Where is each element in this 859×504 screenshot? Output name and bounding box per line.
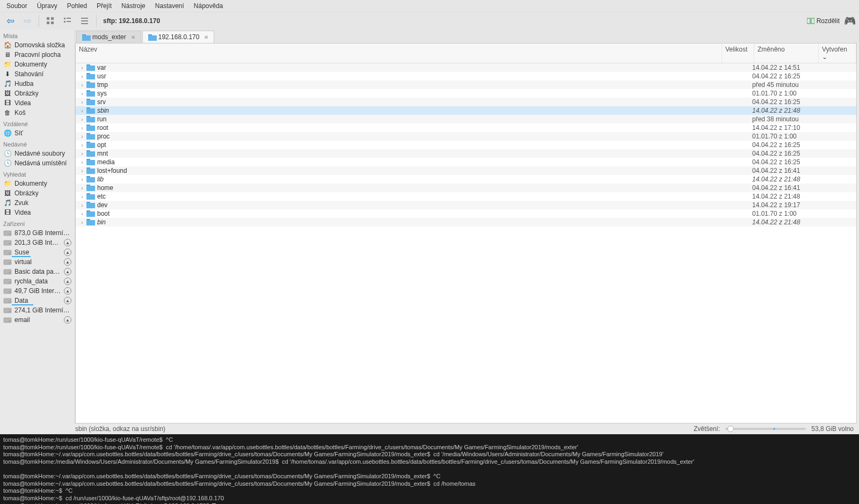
sidebar-item[interactable]: Suse▲ (0, 247, 75, 257)
expand-icon[interactable]: › (79, 194, 85, 200)
file-row[interactable]: ›opt04.04.22 z 16:25 (76, 141, 856, 149)
column-name[interactable]: Název (76, 43, 722, 63)
sidebar-item[interactable]: 🌐Síť (0, 128, 75, 138)
expand-icon[interactable]: › (79, 91, 85, 97)
sidebar-item[interactable]: 📁Dokumenty (0, 60, 75, 69)
column-created[interactable]: Vytvořen ⌄ (819, 43, 856, 63)
eject-icon[interactable]: ▲ (64, 249, 71, 256)
eject-icon[interactable]: ▲ (64, 268, 71, 275)
sidebar-item[interactable]: 🎵Hudba (0, 79, 75, 89)
column-modified[interactable]: Změněno (754, 43, 819, 63)
sidebar-item[interactable]: 49,7 GiB Interní m…▲ (0, 286, 75, 296)
eject-icon[interactable]: ▲ (64, 287, 71, 295)
file-row[interactable]: ›srv04.04.22 z 16:25 (76, 98, 856, 106)
column-size[interactable]: Velikost (722, 43, 754, 63)
file-row[interactable]: ›lib14.04.22 z 21:48 (76, 175, 856, 184)
sidebar-item[interactable]: 📁Dokumenty (0, 179, 75, 188)
eject-icon[interactable]: ▲ (64, 258, 71, 266)
sidebar-item[interactable]: 873,0 GiB Interní mec… (0, 228, 75, 238)
sidebar-item[interactable]: 🏠Domovská složka (0, 40, 75, 50)
sidebar-item[interactable]: 201,3 GiB Interní …▲ (0, 238, 75, 247)
expand-icon[interactable]: › (79, 151, 85, 157)
expand-icon[interactable]: › (79, 82, 85, 88)
expand-icon[interactable]: › (79, 211, 85, 217)
folder-icon (82, 34, 90, 40)
view-compact-button[interactable] (61, 14, 75, 28)
sidebar-item[interactable]: 🗑Koš (0, 108, 75, 118)
close-icon[interactable]: ✕ (131, 34, 135, 40)
tab[interactable]: 192.168.0.170✕ (142, 31, 215, 43)
file-row[interactable]: ›bin14.04.22 z 21:48 (76, 218, 856, 227)
expand-icon[interactable]: › (79, 65, 85, 71)
eject-icon[interactable]: ▲ (64, 297, 71, 304)
expand-icon[interactable]: › (79, 108, 85, 114)
sidebar-item[interactable]: 🖼Obrázky (0, 188, 75, 198)
file-row[interactable]: ›usr04.04.22 z 16:25 (76, 72, 856, 81)
menu-view[interactable]: Pohled (67, 2, 87, 10)
slider-thumb[interactable] (727, 426, 734, 432)
expand-icon[interactable]: › (79, 134, 85, 140)
sidebar-item-label: Domovská složka (14, 41, 71, 49)
view-details-button[interactable] (78, 14, 92, 28)
file-row[interactable]: ›dev14.04.22 z 19:17 (76, 201, 856, 209)
file-row[interactable]: ›home04.04.22 z 16:41 (76, 184, 856, 192)
menu-edit[interactable]: Úpravy (37, 2, 57, 10)
expand-icon[interactable]: › (79, 116, 85, 122)
forward-button[interactable]: ⇨ (20, 14, 34, 28)
controller-icon[interactable]: 🎮 (844, 15, 856, 27)
file-row[interactable]: ›runpřed 38 minutou (76, 115, 856, 123)
sidebar-item[interactable]: rychla_data▲ (0, 276, 75, 286)
file-row[interactable]: ›tmppřed 45 minutou (76, 81, 856, 89)
sidebar-item[interactable]: ⬇Stahování (0, 69, 75, 79)
split-button[interactable]: Rozdělit (807, 17, 840, 25)
menu-go[interactable]: Přejít (97, 2, 112, 10)
file-row[interactable]: ›etc14.04.22 z 21:48 (76, 192, 856, 201)
file-row[interactable]: ›mnt04.04.22 z 16:25 (76, 149, 856, 158)
expand-icon[interactable]: › (79, 74, 85, 79)
expand-icon[interactable]: › (79, 220, 85, 225)
expand-icon[interactable]: › (79, 125, 85, 131)
sidebar-item[interactable]: 🎞Videa (0, 98, 75, 108)
file-row[interactable]: ›root14.04.22 z 17:10 (76, 123, 856, 132)
sidebar-item[interactable]: Data▲ (0, 296, 75, 305)
menu-settings[interactable]: Nastavení (155, 2, 184, 10)
terminal-panel[interactable]: tomas@tomkHome:/run/user/1000/kio-fuse-q… (0, 434, 859, 504)
close-icon[interactable]: ✕ (204, 34, 208, 40)
file-row[interactable]: ›media04.04.22 z 16:25 (76, 158, 856, 166)
eject-icon[interactable]: ▲ (64, 277, 71, 285)
address-bar[interactable]: sftp: 192.168.0.170 (101, 17, 160, 25)
sidebar-item[interactable]: email▲ (0, 315, 75, 325)
file-row[interactable]: ›boot01.01.70 z 1:00 (76, 209, 856, 218)
eject-icon[interactable]: ▲ (64, 316, 71, 324)
menu-help[interactable]: Nápověda (194, 2, 223, 10)
sidebar-item[interactable]: 274,1 GiB Interní mec… (0, 305, 75, 315)
expand-icon[interactable]: › (79, 185, 85, 191)
file-row[interactable]: ›lost+found04.04.22 z 16:41 (76, 166, 856, 175)
file-row[interactable]: ›proc01.01.70 z 1:00 (76, 132, 856, 141)
file-row[interactable]: ›sys01.01.70 z 1:00 (76, 89, 856, 98)
expand-icon[interactable]: › (79, 159, 85, 165)
sidebar-item[interactable]: 🎵Zvuk (0, 198, 75, 208)
back-button[interactable]: ⇦ (3, 14, 17, 28)
file-row[interactable]: ›var14.04.22 z 14:51 (76, 63, 856, 72)
sidebar-item[interactable]: 🕓Nedávné soubory (0, 149, 75, 158)
expand-icon[interactable]: › (79, 99, 85, 105)
sidebar-item[interactable]: Basic data partition▲ (0, 267, 75, 276)
sidebar-item[interactable]: virtual▲ (0, 257, 75, 267)
sidebar-item[interactable]: 🖥Pracovní plocha (0, 50, 75, 60)
file-row[interactable]: ›sbin14.04.22 z 21:48 (76, 106, 856, 115)
expand-icon[interactable]: › (79, 177, 85, 182)
sidebar-item[interactable]: 🕓Nedávná umístění (0, 158, 75, 168)
eject-icon[interactable]: ▲ (64, 239, 71, 246)
file-list[interactable]: Název Velikost Změněno Vytvořen ⌄ ›var14… (75, 43, 857, 423)
zoom-slider[interactable] (725, 428, 806, 430)
expand-icon[interactable]: › (79, 202, 85, 208)
sidebar-item[interactable]: 🖼Obrázky (0, 89, 75, 98)
sidebar-item[interactable]: 🎞Videa (0, 208, 75, 217)
menu-file[interactable]: Soubor (6, 2, 27, 10)
expand-icon[interactable]: › (79, 168, 85, 174)
tab[interactable]: mods_exter✕ (76, 31, 141, 43)
menu-tools[interactable]: Nástroje (121, 2, 145, 10)
view-icons-button[interactable] (43, 14, 57, 28)
expand-icon[interactable]: › (79, 142, 85, 148)
